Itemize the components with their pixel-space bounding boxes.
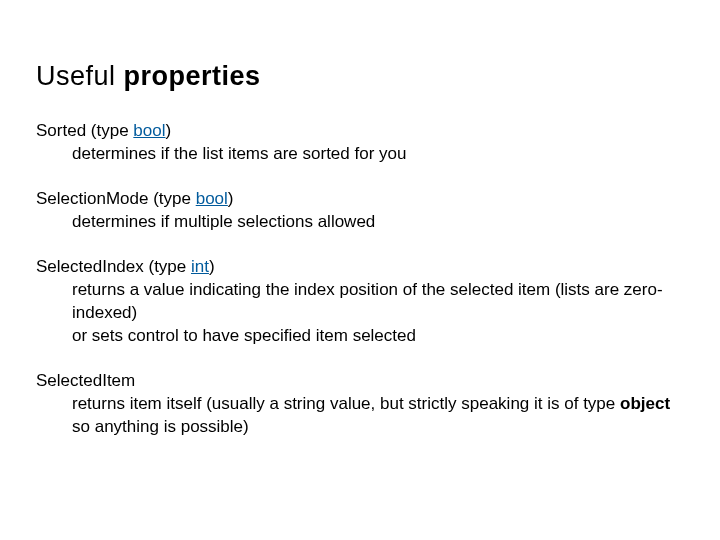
desc-after: so anything is possible) bbox=[72, 417, 249, 436]
property-heading: SelectionMode (type bool) bbox=[36, 188, 684, 211]
type-keyword: bool bbox=[133, 121, 165, 140]
property-description: determines if the list items are sorted … bbox=[36, 143, 684, 166]
type-keyword: bool bbox=[196, 189, 228, 208]
head-before: SelectedItem bbox=[36, 371, 135, 390]
desc-before: returns item itself (usually a string va… bbox=[72, 394, 620, 413]
title-emph: properties bbox=[124, 61, 261, 91]
property-description: returns a value indicating the index pos… bbox=[36, 279, 684, 325]
desc-bold: object bbox=[620, 394, 670, 413]
head-after: ) bbox=[228, 189, 234, 208]
property-sorted: Sorted (type bool) determines if the lis… bbox=[36, 120, 684, 166]
property-description: determines if multiple selections allowe… bbox=[36, 211, 684, 234]
property-selectedindex: SelectedIndex (type int) returns a value… bbox=[36, 256, 684, 348]
property-heading: Sorted (type bool) bbox=[36, 120, 684, 143]
head-before: SelectedIndex (type bbox=[36, 257, 191, 276]
slide-title: Useful properties bbox=[36, 58, 684, 94]
property-selecteditem: SelectedItem returns item itself (usuall… bbox=[36, 370, 684, 439]
property-description: returns item itself (usually a string va… bbox=[36, 393, 684, 439]
property-selectionmode: SelectionMode (type bool) determines if … bbox=[36, 188, 684, 234]
head-after: ) bbox=[165, 121, 171, 140]
head-before: Sorted (type bbox=[36, 121, 133, 140]
head-after: ) bbox=[209, 257, 215, 276]
head-before: SelectionMode (type bbox=[36, 189, 196, 208]
property-description: or sets control to have specified item s… bbox=[36, 325, 684, 348]
type-keyword: int bbox=[191, 257, 209, 276]
property-heading: SelectedItem bbox=[36, 370, 684, 393]
title-prefix: Useful bbox=[36, 61, 124, 91]
property-heading: SelectedIndex (type int) bbox=[36, 256, 684, 279]
